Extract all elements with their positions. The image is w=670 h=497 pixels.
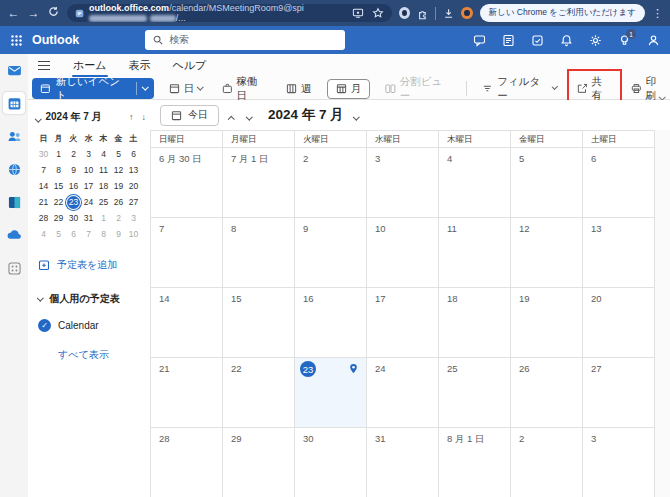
chrome-update-pill[interactable]: 新しい Chrome をご利用いただけます: [480, 4, 645, 22]
show-all-link[interactable]: すべて表示: [58, 348, 146, 362]
mini-day[interactable]: 28: [36, 210, 51, 226]
hamburger-menu-icon[interactable]: [38, 61, 50, 70]
prev-month-icon[interactable]: [226, 103, 237, 127]
rail-calendar-icon[interactable]: [3, 92, 25, 114]
calendar-day-cell[interactable]: 21: [151, 358, 223, 428]
calendar-day-cell[interactable]: 13: [583, 218, 655, 288]
todo-icon[interactable]: [530, 33, 544, 47]
mini-day[interactable]: 12: [111, 162, 126, 178]
calendar-day-cell[interactable]: 9: [295, 218, 367, 288]
new-event-button[interactable]: 新しいイベント: [32, 78, 154, 99]
mini-day[interactable]: 10: [81, 162, 96, 178]
month-title-dropdown-icon[interactable]: [351, 103, 362, 127]
calendar-day-cell[interactable]: 23: [295, 358, 367, 428]
settings-gear-icon[interactable]: [588, 33, 602, 47]
mini-day[interactable]: 20: [126, 178, 141, 194]
mini-day[interactable]: 5: [111, 146, 126, 162]
calendar-day-cell[interactable]: 17: [367, 288, 439, 358]
mini-day[interactable]: 6: [66, 226, 81, 242]
calendar-day-cell[interactable]: 7 月 1 日: [223, 148, 295, 218]
new-event-dropdown[interactable]: [137, 86, 154, 91]
calendar-day-cell[interactable]: 2: [511, 428, 583, 497]
mini-day[interactable]: 26: [111, 194, 126, 210]
site-info-icon[interactable]: [75, 8, 84, 19]
mini-day[interactable]: 4: [96, 146, 111, 162]
calendar-day-cell[interactable]: 8: [223, 218, 295, 288]
mini-day[interactable]: 9: [111, 226, 126, 242]
back-icon[interactable]: ←: [7, 6, 20, 20]
calendar-day-cell[interactable]: 29: [223, 428, 295, 497]
mini-day[interactable]: 7: [81, 226, 96, 242]
tab-home[interactable]: ホーム: [72, 55, 108, 76]
calendar-section-header[interactable]: 個人用の予定表: [38, 292, 146, 306]
office-app-icon[interactable]: [501, 33, 515, 47]
today-button[interactable]: 今日: [160, 105, 219, 126]
view-week-button[interactable]: 週: [282, 80, 316, 98]
mini-day[interactable]: 11: [96, 162, 111, 178]
calendar-day-cell[interactable]: 10: [367, 218, 439, 288]
reload-icon[interactable]: [47, 6, 60, 20]
calendar-day-cell[interactable]: 26: [511, 358, 583, 428]
calendar-day-cell[interactable]: 25: [439, 358, 511, 428]
mini-day[interactable]: 2: [111, 210, 126, 226]
mini-day[interactable]: 22: [51, 194, 66, 210]
mini-day[interactable]: 23: [66, 194, 81, 210]
tab-view[interactable]: 表示: [128, 55, 152, 76]
mini-day[interactable]: 29: [51, 210, 66, 226]
send-to-device-icon[interactable]: [352, 7, 364, 19]
mini-day[interactable]: 15: [51, 178, 66, 194]
calendar-day-cell[interactable]: 30: [295, 428, 367, 497]
mini-day[interactable]: 10: [126, 226, 141, 242]
calendar-day-cell[interactable]: 12: [511, 218, 583, 288]
mini-day[interactable]: 14: [36, 178, 51, 194]
month-title[interactable]: 2024 年 7 月: [268, 106, 344, 124]
calendar-day-cell[interactable]: 28: [151, 428, 223, 497]
calendar-day-cell[interactable]: 20: [583, 288, 655, 358]
calendar-day-cell[interactable]: 6: [583, 148, 655, 218]
calendar-day-cell[interactable]: 18: [439, 288, 511, 358]
calendar-day-cell[interactable]: 24: [367, 358, 439, 428]
calendar-day-cell[interactable]: 3: [367, 148, 439, 218]
calendar-checkbox[interactable]: [38, 319, 51, 332]
mini-day[interactable]: 5: [51, 226, 66, 242]
mini-day[interactable]: 7: [36, 162, 51, 178]
mini-day[interactable]: 3: [126, 210, 141, 226]
extension-icon-orange[interactable]: [461, 7, 472, 19]
mini-day[interactable]: 17: [81, 178, 96, 194]
calendar-day-cell[interactable]: 8 月 1 日: [439, 428, 511, 497]
mini-day[interactable]: 2: [66, 146, 81, 162]
mini-day[interactable]: 24: [81, 194, 96, 210]
next-month-icon[interactable]: [244, 103, 255, 127]
app-launcher-icon[interactable]: [10, 34, 23, 47]
calendar-day-cell[interactable]: 2: [295, 148, 367, 218]
tab-help[interactable]: ヘルプ: [172, 55, 208, 76]
mini-day[interactable]: 21: [36, 194, 51, 210]
mini-day[interactable]: 6: [126, 146, 141, 162]
add-calendar-link[interactable]: 予定表を追加: [38, 258, 146, 272]
rail-groups-icon[interactable]: [3, 158, 25, 180]
view-month-button[interactable]: 月: [327, 79, 371, 99]
calendar-day-cell[interactable]: 22: [223, 358, 295, 428]
calendar-day-cell[interactable]: 15: [223, 288, 295, 358]
calendar-day-cell[interactable]: 7: [151, 218, 223, 288]
rail-office-app-icon[interactable]: [3, 191, 25, 213]
rail-mail-icon[interactable]: [3, 59, 25, 81]
calendar-day-cell[interactable]: 11: [439, 218, 511, 288]
mini-calendar-title[interactable]: 2024 年 7 月: [46, 110, 102, 124]
account-person-icon[interactable]: [646, 33, 660, 47]
calendar-day-cell[interactable]: 19: [511, 288, 583, 358]
mini-day[interactable]: 9: [66, 162, 81, 178]
mini-calendar-next-icon[interactable]: ↓: [142, 112, 147, 122]
calendar-day-cell[interactable]: 6 月 30 日: [151, 148, 223, 218]
mini-day[interactable]: 31: [81, 210, 96, 226]
mini-day[interactable]: 19: [111, 178, 126, 194]
calendar-day-cell[interactable]: 14: [151, 288, 223, 358]
calendar-day-cell[interactable]: 16: [295, 288, 367, 358]
address-bar[interactable]: outlook.office.com/calendar/MSMeetingRoo…: [67, 4, 392, 22]
chat-icon[interactable]: [472, 33, 486, 47]
mini-day[interactable]: 13: [126, 162, 141, 178]
mini-day[interactable]: 18: [96, 178, 111, 194]
mini-day[interactable]: 30: [36, 146, 51, 162]
mini-day[interactable]: 3: [81, 146, 96, 162]
rail-more-apps-icon[interactable]: [3, 257, 25, 279]
